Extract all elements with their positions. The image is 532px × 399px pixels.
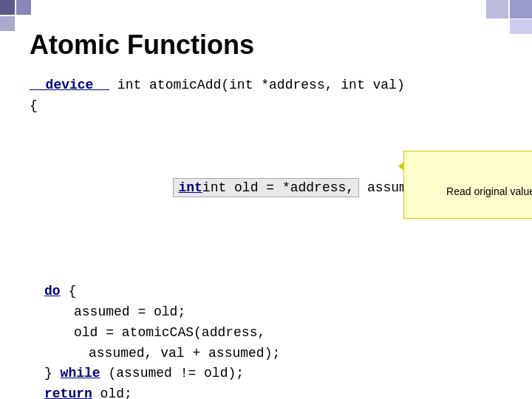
main-content: Atomic Functions __device__ int atomicAd… bbox=[30, 30, 502, 384]
code-line-3: intint old = *address, assumed; Read ori… bbox=[30, 117, 502, 282]
code-line-7: assumed, val + assumed); bbox=[30, 344, 502, 364]
line7-indent: assumed, val + assumed); bbox=[89, 346, 280, 361]
do-keyword: do bbox=[44, 284, 61, 299]
line6-indent: old = atomicCAS(address, bbox=[74, 325, 265, 340]
line9-indent: return old; bbox=[44, 386, 132, 399]
tooltip-box: Read original value at *address. bbox=[403, 151, 532, 219]
int-keyword-1: int bbox=[178, 180, 202, 195]
code-line-2: { bbox=[30, 96, 502, 117]
return-keyword: return bbox=[44, 386, 92, 399]
while-keyword: while bbox=[61, 366, 100, 381]
highlighted-line: intint old = *address, assumed; Read ori… bbox=[93, 158, 431, 241]
do-indent: do { bbox=[44, 284, 76, 299]
slide-title: Atomic Functions bbox=[30, 30, 502, 61]
code-line-1: __device__ int atomicAdd(int *address, i… bbox=[30, 75, 502, 96]
code-line-4: do { bbox=[30, 282, 502, 302]
code-line-5: assumed = old; bbox=[30, 302, 502, 323]
code-line-8: } while (assumed != old); bbox=[30, 364, 502, 384]
code-line-1-rest: int atomicAdd(int *address, int val) bbox=[109, 78, 405, 92]
line3-highlighted: int old = *address, bbox=[202, 180, 354, 195]
code-line-6: old = atomicCAS(address, bbox=[30, 323, 502, 344]
code-line-9: return old; bbox=[30, 384, 502, 399]
tooltip-text: Read original value at *address. bbox=[446, 185, 532, 197]
line8-indent: } while (assumed != old); bbox=[44, 366, 244, 381]
line5-indent: assumed = old; bbox=[74, 304, 185, 319]
line3-indent: intint old = *address, assumed; Read ori… bbox=[30, 222, 431, 257]
tooltip-arrow bbox=[398, 162, 404, 171]
highlight-box: intint old = *address, bbox=[173, 178, 359, 197]
device-keyword: __device__ bbox=[30, 78, 109, 92]
code-block: __device__ int atomicAdd(int *address, i… bbox=[30, 75, 502, 399]
